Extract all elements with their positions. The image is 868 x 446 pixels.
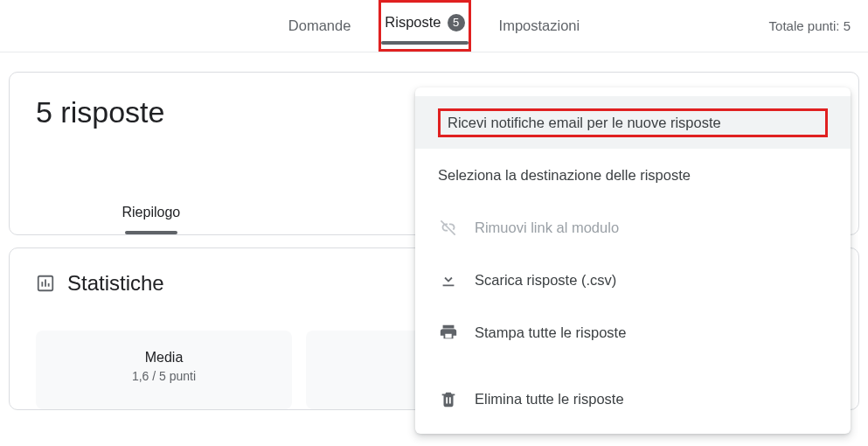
download-icon — [438, 269, 459, 290]
menu-item-remove-link-label: Rimuovi link al modulo — [475, 220, 828, 236]
menu-item-email-notifications-label: Ricevi notifiche email per le nuove risp… — [438, 108, 828, 137]
total-points-label: Totale punti: 5 — [769, 0, 851, 52]
stat-media-value: 1,6 / 5 punti — [36, 369, 292, 383]
menu-item-select-destination-label: Seleziona la destinazione delle risposte — [438, 167, 828, 184]
menu-item-download-csv-label: Scarica risposte (.csv) — [475, 272, 828, 289]
tab-settings-label: Impostazioni — [499, 17, 580, 34]
stat-media-label: Media — [36, 350, 292, 366]
subtab-summary[interactable]: Riepilogo — [10, 198, 293, 234]
bar-chart-icon — [36, 274, 55, 293]
menu-item-select-destination[interactable]: Seleziona la destinazione delle risposte — [415, 149, 851, 201]
subtab-summary-label: Riepilogo — [122, 205, 180, 220]
tab-responses[interactable]: Risposte 5 — [378, 0, 470, 52]
tab-questions-label: Domande — [288, 17, 351, 34]
tab-responses-label: Risposte — [385, 14, 441, 31]
responses-count-badge: 5 — [448, 14, 465, 31]
stats-heading: Statistiche — [67, 271, 164, 296]
menu-item-email-notifications[interactable]: Ricevi notifiche email per le nuove risp… — [415, 96, 851, 149]
menu-item-print-all-label: Stampa tutte le risposte — [475, 324, 828, 341]
print-icon — [438, 322, 459, 343]
tab-settings[interactable]: Impostazioni — [496, 0, 584, 52]
main-tabs: Domande Risposte 5 Impostazioni — [285, 0, 583, 52]
top-tab-bar: Domande Risposte 5 Impostazioni Totale p… — [0, 0, 868, 52]
tab-questions[interactable]: Domande — [285, 0, 355, 52]
menu-item-delete-all-label: Elimina tutte le risposte — [475, 391, 828, 408]
stat-box-media: Media 1,6 / 5 punti — [36, 331, 292, 409]
menu-item-print-all[interactable]: Stampa tutte le risposte — [415, 306, 851, 359]
trash-icon — [438, 388, 459, 409]
menu-item-download-csv[interactable]: Scarica risposte (.csv) — [415, 254, 851, 306]
menu-item-remove-link: Rimuovi link al modulo — [415, 201, 851, 254]
link-off-icon — [438, 217, 459, 238]
menu-item-delete-all[interactable]: Elimina tutte le risposte — [415, 373, 851, 425]
responses-options-menu: Ricevi notifiche email per le nuove risp… — [415, 87, 851, 434]
